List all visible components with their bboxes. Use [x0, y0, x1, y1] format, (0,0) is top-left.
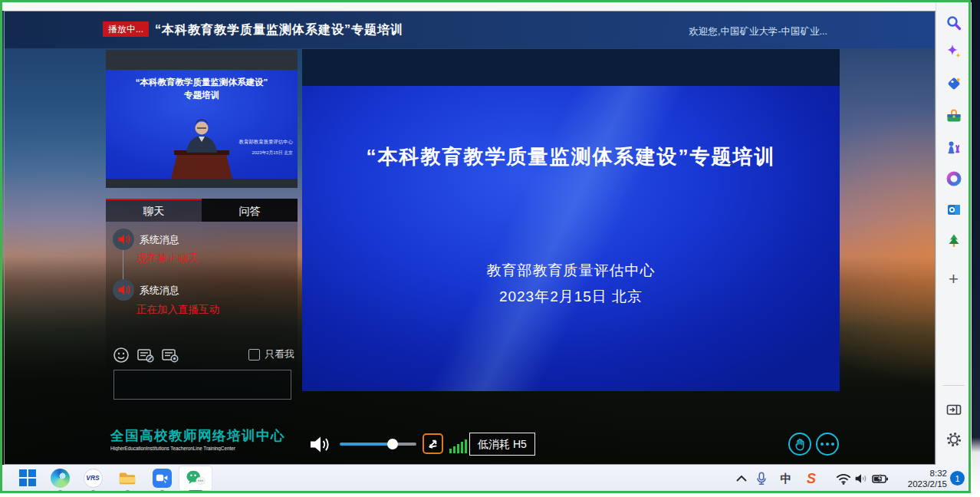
tray-time: 8:32: [890, 468, 947, 479]
message-sender: 系统消息: [140, 233, 179, 247]
chat-tab-bar: 聊天 问答: [106, 199, 298, 222]
file-explorer-icon[interactable]: [117, 467, 138, 489]
windows-logo-icon: [19, 469, 36, 486]
thumbnail-date-text: 2023年2月15日 北京: [252, 150, 293, 156]
logo-name-en: HigherEducationInstitutions TeacheronLin…: [110, 446, 235, 451]
volume-slider[interactable]: [340, 443, 416, 446]
thumbnail-slide: “本科教育教学质量监测体系建设” 专题培训 教育部教育质量评估中心 2023年2…: [106, 70, 298, 179]
announcement-speaker-icon: [112, 278, 135, 301]
tab-chat[interactable]: 聊天: [106, 199, 202, 222]
shopping-icon[interactable]: [944, 74, 963, 93]
tab-qa[interactable]: 问答: [202, 199, 298, 222]
message-text: 现在禁止聊天: [136, 252, 199, 265]
video-letterbox-top: [302, 49, 840, 86]
thumbnail-org-text: 教育部教育质量评估中心: [239, 139, 293, 146]
microsoft-365-icon[interactable]: [944, 169, 963, 188]
announcement-speaker-icon: [112, 228, 135, 251]
message-sender: 系统消息: [140, 284, 179, 298]
active-app-indicator: [189, 490, 202, 492]
slide-title: “本科教育教学质量监测体系建设”专题培训: [302, 143, 840, 170]
raise-hand-button[interactable]: [788, 433, 811, 456]
settings-gear-icon[interactable]: [944, 430, 963, 449]
taskbar-edge-icon[interactable]: [49, 467, 71, 489]
app-header: 播放中... “本科教育教学质量监测体系建设”专题培训 欢迎您,中国矿业大学-中…: [5, 12, 935, 48]
sidebar-divider: [942, 385, 965, 386]
only-me-checkbox[interactable]: [248, 349, 260, 360]
open-panel-icon[interactable]: [944, 400, 963, 419]
thumbnail-title-line1: “本科教育教学质量监测体系建设”: [106, 77, 298, 88]
chat-message-input[interactable]: [113, 370, 291, 400]
start-button[interactable]: [17, 467, 38, 489]
thumbnail-letterbox-top: [106, 50, 298, 70]
thumbnail-title-line2: 专题培训: [106, 90, 298, 101]
running-indicator: [160, 490, 164, 492]
search-icon[interactable]: [944, 13, 963, 32]
chat-block-icon[interactable]: [136, 347, 155, 364]
page-title: “本科教育教学质量监测体系建设”专题培训: [155, 22, 403, 38]
line-switch-icon[interactable]: [423, 433, 443, 454]
windows-taskbar: VRS: [2, 465, 971, 493]
status-badge: 播放中...: [103, 21, 149, 37]
running-indicator: [126, 490, 130, 492]
thumbnail-letterbox-bottom: [106, 179, 298, 188]
tree-icon[interactable]: [944, 231, 963, 250]
speaker-video-thumbnail[interactable]: “本科教育教学质量监测体系建设” 专题培训 教育部教育质量评估中心 2023年2…: [106, 50, 298, 188]
taskbar-vrs-icon[interactable]: VRS: [82, 467, 104, 489]
outside-screen-strip: [971, 0, 980, 497]
toolbox-icon[interactable]: [944, 106, 963, 125]
training-app-window: 播放中... “本科教育教学质量监测体系建设”专题培训 欢迎您,中国矿业大学-中…: [4, 11, 936, 465]
speaker-icon[interactable]: [851, 469, 871, 489]
microphone-icon[interactable]: [751, 469, 771, 489]
running-indicator: [58, 490, 62, 492]
outlook-icon[interactable]: [944, 199, 963, 219]
training-center-logo: 师 全国高校教师网络培训中心 HigherEducationInstitutio…: [105, 420, 306, 461]
taskbar-clock[interactable]: 8:32 2023/2/15: [890, 468, 947, 489]
games-icon[interactable]: [944, 137, 963, 156]
presenter-figure: [148, 113, 255, 179]
emoji-icon[interactable]: [113, 347, 130, 364]
battery-icon[interactable]: [870, 469, 890, 489]
add-to-sidebar-icon[interactable]: +: [944, 269, 963, 288]
notification-badge[interactable]: 1: [950, 471, 965, 485]
hidden-icons-chevron[interactable]: [732, 469, 751, 489]
quality-mode-label[interactable]: 低消耗 H5: [469, 433, 535, 456]
sogou-input-icon[interactable]: S: [801, 469, 821, 489]
edge-sidebar: +: [936, 2, 972, 465]
main-video-area[interactable]: “本科教育教学质量监测体系建设”专题培训 教育部教育质量评估中心 2023年2月…: [302, 49, 840, 391]
screen-root: 播放中... “本科教育教学质量监测体系建设”专题培训 欢迎您,中国矿业大学-中…: [0, 0, 980, 497]
only-me-label: 只看我: [265, 347, 294, 361]
logo-name-cn: 全国高校教师网络培训中心: [110, 426, 308, 445]
volume-slider-knob[interactable]: [387, 439, 398, 449]
slide-date: 2023年2月15日 北京: [302, 287, 840, 307]
more-options-button[interactable]: [816, 433, 839, 456]
more-icon: [821, 443, 834, 446]
presentation-slide: “本科教育教学质量监测体系建设”专题培训 教育部教育质量评估中心 2023年2月…: [302, 86, 840, 391]
welcome-user-text: 欢迎您,中国矿业大学-中国矿业...: [689, 25, 827, 38]
chat-settings-icon[interactable]: [161, 347, 179, 364]
copilot-icon[interactable]: [944, 42, 963, 61]
raise-hand-icon: [793, 437, 807, 451]
ime-indicator[interactable]: 中: [776, 469, 796, 489]
message-text: 正在加入直播互动: [136, 303, 219, 317]
running-indicator: [91, 490, 95, 492]
signal-strength-icon: [449, 438, 467, 453]
wechat-icon[interactable]: [185, 467, 206, 489]
tray-date: 2023/2/15: [890, 479, 947, 489]
video-meeting-icon[interactable]: [151, 467, 173, 489]
slide-org: 教育部教育质量评估中心: [302, 261, 840, 281]
volume-icon[interactable]: [308, 434, 333, 455]
